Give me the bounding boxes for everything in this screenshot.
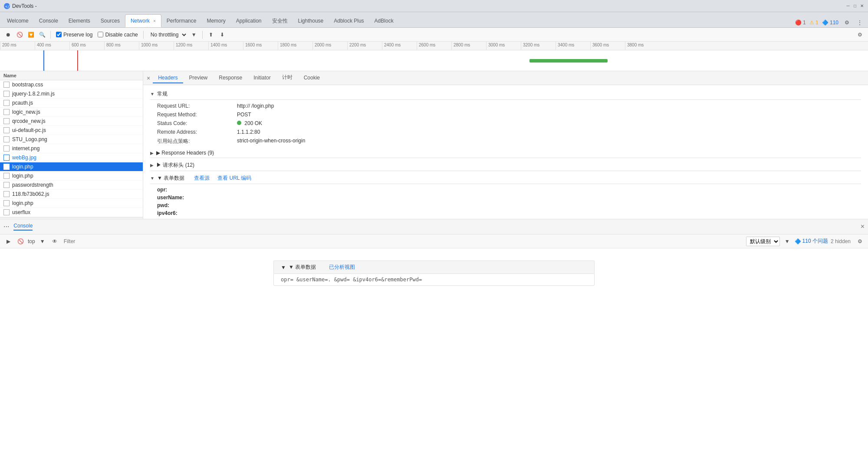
list-item-stu-logo[interactable]: STU_Logo.png xyxy=(0,135,143,144)
detail-tab-initiator[interactable]: Initiator xyxy=(248,73,276,83)
view-source-link[interactable]: 查看源 xyxy=(194,175,210,182)
search-button[interactable]: 🔍 xyxy=(37,30,47,40)
tab-console[interactable]: Console xyxy=(34,14,63,27)
main-pane: Name bootstrap.css jquery-1.8.2.min.js p… xyxy=(0,71,868,219)
issues-badge[interactable]: 🔷 110 个问题 xyxy=(795,237,828,245)
list-item-pcauth[interactable]: pcauth.js xyxy=(0,99,143,108)
tick-1400: 1400 ms xyxy=(208,42,243,50)
console-block-button[interactable]: 🚫 xyxy=(16,237,25,246)
request-url-row: Request URL: http:// /login.php xyxy=(150,102,861,110)
detail-tab-cookie[interactable]: Cookie xyxy=(299,73,325,83)
tick-3600: 3600 ms xyxy=(590,42,625,50)
stop-button[interactable]: 🚫 xyxy=(15,30,24,40)
console-context-label: top xyxy=(28,238,35,244)
tick-3200: 3200 ms xyxy=(521,42,556,50)
list-item-login-selected[interactable]: login.php xyxy=(0,162,143,171)
default-level-dropdown[interactable]: ▼ xyxy=(783,237,792,246)
tick-1000: 1000 ms xyxy=(139,42,174,50)
record-button[interactable]: ⏺ xyxy=(3,30,13,40)
view-url-encoded-link[interactable]: 查看 URL 编码 xyxy=(217,175,251,182)
tab-sources[interactable]: Sources xyxy=(95,14,125,27)
console-close-button[interactable]: × xyxy=(861,223,865,231)
file-icon xyxy=(3,91,10,97)
console-toolbar: ▶ 🚫 top ▼ 👁 默认级别 ▼ 🔷 110 个问题 2 hidden ⚙ xyxy=(0,234,868,248)
file-icon xyxy=(3,127,10,133)
filter-button[interactable]: 🔽 xyxy=(26,30,36,40)
tab-elements[interactable]: Elements xyxy=(63,14,95,27)
detail-tab-timing[interactable]: 计时 xyxy=(277,72,298,84)
throttle-down-button[interactable]: ▼ xyxy=(189,30,199,40)
toolbar-sep-1 xyxy=(50,31,51,39)
tab-adblockplus[interactable]: Adblock Plus xyxy=(329,14,369,27)
console-tab-label[interactable]: Console xyxy=(13,223,33,231)
list-item-login2[interactable]: login.php xyxy=(0,171,143,181)
more-button[interactable]: ⋮ xyxy=(855,18,865,27)
file-icon xyxy=(3,209,10,215)
request-headers-section[interactable]: ▶ ▶ 请求标头 (12) xyxy=(150,160,861,171)
tick-2400: 2400 ms xyxy=(382,42,417,50)
timeline-red-line xyxy=(77,50,78,71)
console-eye-button[interactable]: 👁 xyxy=(50,237,59,246)
list-item-userflux[interactable]: userflux xyxy=(0,208,143,217)
list-item-internet[interactable]: internet.png xyxy=(0,144,143,153)
svg-text:</>: </> xyxy=(5,4,10,9)
list-item-118[interactable]: 118.fb73b062.js xyxy=(0,190,143,199)
settings-button[interactable]: ⚙ xyxy=(842,18,852,27)
download-button[interactable]: ⬇ xyxy=(217,30,227,40)
error-badge: 🔴 1 xyxy=(795,20,806,26)
tab-application[interactable]: Application xyxy=(231,14,267,27)
list-item-pwdstrength[interactable]: passwordstrength xyxy=(0,181,143,190)
console-context-dropdown[interactable]: ▼ xyxy=(38,237,47,246)
tab-network[interactable]: Network × xyxy=(125,14,161,27)
tab-performance[interactable]: Performance xyxy=(161,14,202,27)
list-item-qrcode[interactable]: qrcode_new.js xyxy=(0,117,143,126)
maximize-button[interactable]: □ xyxy=(852,3,858,9)
minimize-button[interactable]: ─ xyxy=(845,3,851,9)
toolbar-sep-2 xyxy=(143,31,144,39)
tick-1800: 1800 ms xyxy=(278,42,312,50)
network-settings-button[interactable]: ⚙ xyxy=(855,30,865,40)
file-icon xyxy=(3,82,10,88)
close-button[interactable]: ✕ xyxy=(859,3,865,9)
devtools-logo-icon: </> xyxy=(3,3,10,10)
detail-tab-headers[interactable]: Headers xyxy=(153,73,183,83)
detail-content: ▼ 常规 Request URL: http:// /login.php Req… xyxy=(143,85,868,219)
upload-button[interactable]: ⬆ xyxy=(206,30,216,40)
status-dot xyxy=(237,121,241,125)
tab-adblock[interactable]: AdBlock xyxy=(369,14,399,27)
console-dots[interactable]: ··· xyxy=(3,223,9,231)
console-body: ▼ ▼ 表单数据 已分析视图 opr= &userName=. &pwd= &i… xyxy=(0,248,868,465)
detail-tab-preview[interactable]: Preview xyxy=(184,73,213,83)
general-section-header[interactable]: ▼ 常规 xyxy=(150,89,861,100)
tick-2600: 2600 ms xyxy=(417,42,451,50)
timeline-bars xyxy=(0,50,868,71)
issues-icon: 🔷 xyxy=(795,238,801,244)
default-level-select[interactable]: 默认级别 xyxy=(746,237,780,246)
form-data-section[interactable]: ▼ ▼ 表单数据 查看源 查看 URL 编码 xyxy=(150,173,861,184)
detail-tab-response[interactable]: Response xyxy=(214,73,247,83)
file-list-header: Name xyxy=(0,71,143,80)
disable-cache-checkbox[interactable] xyxy=(98,32,103,37)
disable-cache-label[interactable]: Disable cache xyxy=(98,32,138,38)
list-item-webbg[interactable]: webBg.jpg xyxy=(0,153,143,162)
response-headers-section[interactable]: ▶ ▶ Response Headers (9) xyxy=(150,148,861,158)
throttle-select[interactable]: No throttling xyxy=(147,30,187,39)
console-filter-input[interactable] xyxy=(62,237,743,245)
console-execute-button[interactable]: ▶ xyxy=(3,237,13,246)
tab-network-close[interactable]: × xyxy=(153,19,156,23)
list-item-logic[interactable]: logic_new.js xyxy=(0,108,143,117)
tab-lighthouse[interactable]: Lighthouse xyxy=(293,14,329,27)
tab-welcome[interactable]: Welcome xyxy=(2,14,34,27)
preserve-log-label[interactable]: Preserve log xyxy=(56,32,92,38)
hidden-count: 2 hidden xyxy=(831,238,851,244)
tab-security[interactable]: 安全性 xyxy=(267,14,293,27)
tab-memory[interactable]: Memory xyxy=(201,14,230,27)
console-settings-button[interactable]: ⚙ xyxy=(855,237,865,246)
detail-close-button[interactable]: × xyxy=(147,75,150,82)
list-item-bootstrap[interactable]: bootstrap.css xyxy=(0,80,143,89)
console-content: ▼ ▼ 表单数据 已分析视图 opr= &userName=. &pwd= &i… xyxy=(0,252,868,294)
list-item-ui-default[interactable]: ui-default-pc.js xyxy=(0,126,143,135)
list-item-jquery[interactable]: jquery-1.8.2.min.js xyxy=(0,89,143,99)
preserve-log-checkbox[interactable] xyxy=(56,32,62,37)
list-item-login3[interactable]: login.php xyxy=(0,199,143,208)
